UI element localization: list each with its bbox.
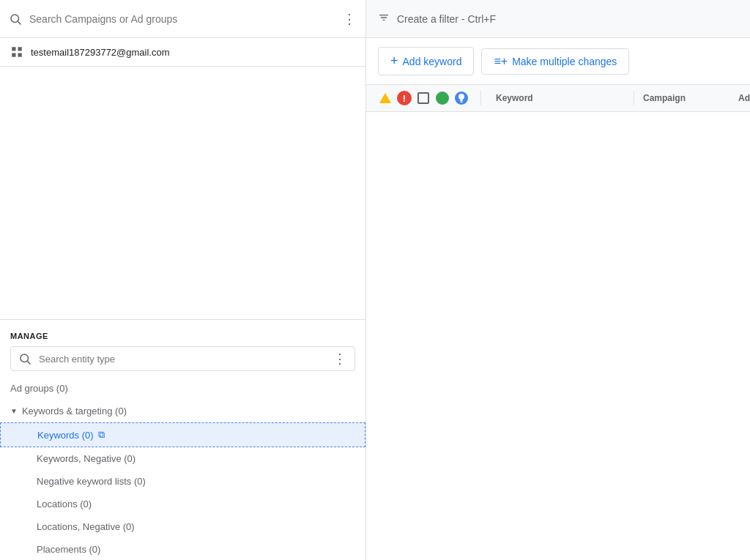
- nav-item-placements[interactable]: Placements (0): [0, 538, 365, 560]
- search-icon: [9, 12, 22, 26]
- table-content: [366, 112, 750, 560]
- square-icon[interactable]: [416, 91, 431, 105]
- make-changes-button[interactable]: ≡+ Make multiple changes: [481, 48, 629, 75]
- entity-search-input[interactable]: [39, 354, 333, 365]
- col-campaign[interactable]: Campaign: [634, 93, 729, 103]
- more-options-icon[interactable]: ⋮: [342, 12, 357, 26]
- nav-list: Ad groups (0) ▼ Keywords & targeting (0)…: [0, 377, 365, 560]
- green-status-icon[interactable]: [435, 91, 450, 105]
- account-row[interactable]: testemail187293772@gmail.com: [0, 38, 365, 67]
- entity-search-bar: ⋮: [10, 346, 355, 371]
- account-name: testemail187293772@gmail.com: [31, 47, 170, 58]
- nav-item-negative-kw-lists[interactable]: Negative keyword lists (0): [0, 470, 365, 493]
- right-panel: Create a filter - Ctrl+F + Add keyword ≡…: [366, 0, 750, 560]
- plus-icon: +: [390, 53, 398, 69]
- grid-icon: [10, 45, 23, 59]
- left-panel: ⋮ testemail187293772@gmail.com MANAGE ⋮ …: [0, 0, 366, 560]
- col-divider-1: [480, 91, 481, 105]
- svg-line-7: [27, 361, 30, 364]
- svg-line-1: [18, 21, 21, 24]
- nav-item-locations-negative[interactable]: Locations, Negative (0): [0, 515, 365, 538]
- svg-rect-3: [18, 47, 22, 51]
- svg-rect-9: [460, 100, 463, 101]
- filter-bar: Create a filter - Ctrl+F: [366, 0, 750, 38]
- bulb-icon[interactable]: [454, 91, 469, 105]
- toolbar: + Add keyword ≡+ Make multiple changes: [366, 38, 750, 85]
- table-columns: Keyword Campaign Ad group Status: [487, 91, 750, 105]
- campaign-search-input[interactable]: [29, 13, 342, 25]
- entity-search-icon: [18, 352, 31, 365]
- col-adgroup[interactable]: Ad group: [729, 93, 750, 103]
- make-changes-label: Make multiple changes: [512, 56, 617, 67]
- nav-item-keywords[interactable]: Keywords (0) ⧉: [0, 422, 365, 447]
- svg-point-6: [21, 354, 29, 362]
- col-keyword[interactable]: Keyword: [487, 93, 634, 103]
- entity-more-icon[interactable]: ⋮: [333, 351, 347, 366]
- svg-rect-2: [12, 47, 15, 51]
- arrow-icon: ▼: [10, 407, 18, 415]
- error-icon[interactable]: !: [397, 91, 412, 105]
- svg-point-0: [11, 15, 19, 23]
- filter-icon: [378, 12, 390, 26]
- table-header: ! Keyword: [366, 85, 750, 112]
- nav-item-locations[interactable]: Locations (0): [0, 493, 365, 515]
- svg-point-8: [458, 94, 464, 100]
- svg-rect-5: [18, 53, 22, 57]
- add-keyword-button[interactable]: + Add keyword: [378, 47, 474, 75]
- manage-section: MANAGE ⋮ Ad groups (0) ▼ Keywords & targ…: [0, 320, 365, 560]
- svg-rect-10: [461, 102, 463, 103]
- nav-item-adgroups[interactable]: Ad groups (0): [0, 377, 365, 400]
- svg-rect-4: [12, 53, 15, 57]
- nav-item-keywords-negative[interactable]: Keywords, Negative (0): [0, 447, 365, 470]
- external-link-icon: ⧉: [98, 429, 105, 441]
- left-spacer: [0, 67, 365, 320]
- warning-triangle-icon[interactable]: [378, 91, 393, 105]
- nav-item-keywords-targeting[interactable]: ▼ Keywords & targeting (0): [0, 400, 365, 422]
- manage-title: MANAGE: [0, 320, 365, 346]
- filter-label: Create a filter - Ctrl+F: [397, 13, 496, 25]
- list-icon: ≡+: [494, 55, 508, 68]
- campaign-search-bar: ⋮: [0, 0, 365, 38]
- add-keyword-label: Add keyword: [403, 56, 462, 67]
- status-icons: !: [378, 91, 469, 105]
